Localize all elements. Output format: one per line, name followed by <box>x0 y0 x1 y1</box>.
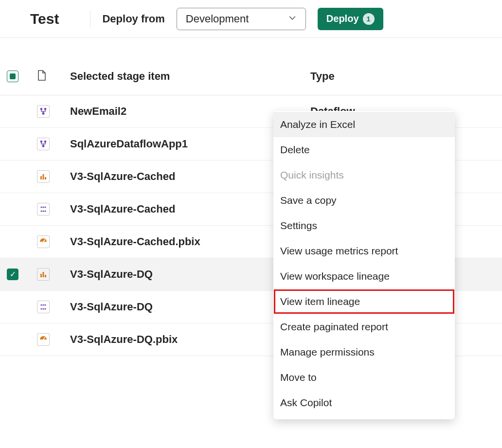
dashboard-icon <box>37 333 50 346</box>
deploy-count-badge: 1 <box>363 13 375 25</box>
menu-item-analyze-in-excel[interactable]: Analyze in Excel <box>273 112 455 137</box>
menu-item-create-paginated-report[interactable]: Create paginated report <box>273 314 455 340</box>
menu-item-view-usage-metrics-report[interactable]: View usage metrics report <box>273 238 455 264</box>
deploy-from-label: Deploy from <box>102 13 164 25</box>
column-header-name[interactable]: Selected stage item <box>70 70 310 83</box>
dropdown-value: Development <box>186 13 249 25</box>
menu-item-manage-permissions[interactable]: Manage permissions <box>273 340 455 356</box>
select-all-checkbox[interactable] <box>7 71 18 82</box>
divider <box>90 10 90 28</box>
deploy-button-label: Deploy <box>326 13 359 24</box>
menu-item-quick-insights: Quick insights <box>273 162 455 188</box>
row-checkbox[interactable]: ✓ <box>7 269 18 280</box>
dataflow-icon <box>37 138 50 150</box>
deploy-from-dropdown[interactable]: Development <box>177 8 306 30</box>
header: Test Deploy from Development Deploy 1 <box>0 0 502 38</box>
menu-item-settings[interactable]: Settings <box>273 213 455 238</box>
dataflow-icon <box>37 105 50 118</box>
dataset-icon <box>37 203 50 215</box>
menu-item-delete[interactable]: Delete <box>273 137 455 162</box>
report-icon <box>37 170 50 183</box>
menu-item-save-a-copy[interactable]: Save a copy <box>273 188 455 213</box>
menu-item-view-workspace-lineage[interactable]: View workspace lineage <box>273 264 455 289</box>
report-icon <box>37 268 50 281</box>
column-header-type[interactable]: Type <box>310 70 502 83</box>
table-header: Selected stage item Type <box>0 57 502 95</box>
dataset-icon <box>37 301 50 313</box>
dashboard-icon <box>37 235 50 248</box>
chevron-down-icon <box>288 13 297 25</box>
page-title: Test <box>30 11 59 27</box>
menu-item-view-item-lineage[interactable]: View item lineage <box>273 289 455 314</box>
deploy-button[interactable]: Deploy 1 <box>318 8 383 30</box>
file-icon <box>37 70 47 83</box>
context-menu: Analyze in ExcelDeleteQuick insightsSave… <box>273 111 455 356</box>
